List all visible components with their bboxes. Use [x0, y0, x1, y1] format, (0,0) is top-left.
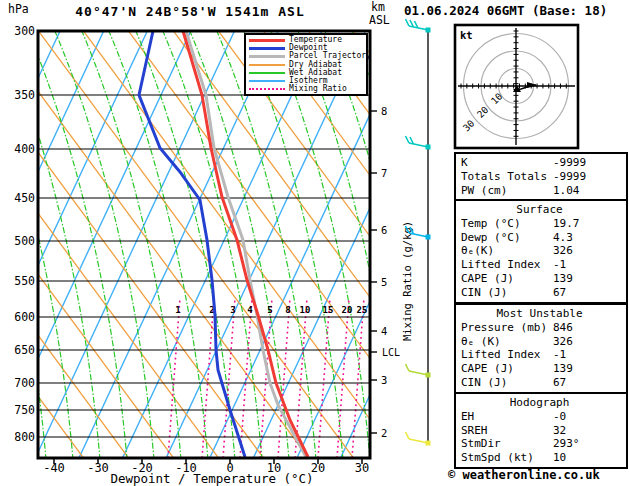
stat-value: 19.7 — [553, 217, 580, 231]
svg-text:500: 500 — [14, 234, 35, 248]
stat-row: StmDir293° — [461, 437, 626, 451]
stat-value: 326 — [553, 244, 573, 258]
stat-row: CAPE (J)139 — [461, 272, 626, 286]
legend-line-sample — [249, 72, 285, 74]
stat-label: PW (cm) — [461, 184, 553, 198]
stat-label: θₑ (K) — [461, 335, 553, 349]
mixing-ratio-value-labels: 12345810152025 — [175, 305, 367, 315]
stat-value: -1 — [553, 348, 566, 362]
legend-line-sample — [249, 64, 285, 66]
legend-label: Mixing Ratio — [289, 85, 347, 93]
svg-text:1: 1 — [175, 305, 180, 315]
stat-value: 139 — [553, 272, 573, 286]
stat-row: Totals Totals-9999 — [461, 170, 626, 184]
svg-text:800: 800 — [14, 430, 35, 444]
stat-label: CIN (J) — [461, 376, 553, 390]
svg-text:10: 10 — [300, 305, 311, 315]
stat-value: 10 — [553, 451, 566, 465]
svg-text:7: 7 — [381, 167, 387, 179]
stats-box-title: Surface — [461, 203, 626, 217]
stat-label: StmDir — [461, 437, 553, 451]
mixing-ratio-axis-label: Mixing Ratio (g/kg) — [401, 221, 413, 341]
stat-row: Lifted Index-1 — [461, 258, 626, 272]
stat-row: CIN (J)67 — [461, 376, 626, 390]
svg-text:2: 2 — [381, 427, 387, 439]
svg-text:8: 8 — [285, 305, 290, 315]
stat-label: θₑ(K) — [461, 244, 553, 258]
station-title: 40°47'N 24B°58'W 1541m ASL — [40, 4, 340, 19]
wind-barb-shaft — [409, 439, 428, 443]
stat-value: 326 — [553, 335, 573, 349]
legend-line-sample — [249, 88, 285, 90]
stat-label: StmSpd (kt) — [461, 451, 553, 465]
stat-value: -9999 — [553, 156, 586, 170]
stat-label: CIN (J) — [461, 286, 553, 300]
stat-value: 32 — [553, 424, 566, 438]
run-datetime-label: 01.06.2024 06GMT (Base: 18) — [404, 3, 629, 18]
svg-text:Dewpoint / Temperature (°C): Dewpoint / Temperature (°C) — [110, 471, 313, 486]
surface-table: SurfaceTemp (°C)19.7Dewp (°C)4.3θₑ(K)326… — [454, 199, 628, 304]
svg-text:4: 4 — [247, 305, 253, 315]
svg-text:650: 650 — [14, 343, 35, 357]
stat-value: 4.3 — [553, 231, 573, 245]
stat-row: CIN (J)67 — [461, 286, 626, 300]
legend-line-sample — [249, 47, 285, 50]
svg-text:6: 6 — [381, 224, 387, 236]
svg-text:3: 3 — [230, 305, 235, 315]
stat-label: Lifted Index — [461, 348, 553, 362]
wind-barb-shaft — [409, 26, 428, 30]
stat-label: Lifted Index — [461, 258, 553, 272]
skewt-sounding-app: 1234581015202530035040045050055060065070… — [0, 0, 629, 486]
stat-label: Pressure (mb) — [461, 321, 553, 335]
stat-value: 139 — [553, 362, 573, 376]
svg-text:600: 600 — [14, 310, 35, 324]
stat-value: -0 — [553, 410, 566, 424]
wind-barb-feather — [406, 364, 410, 371]
svg-text:20: 20 — [342, 305, 353, 315]
stat-row: Temp (°C)19.7 — [461, 217, 626, 231]
stat-row: Dewp (°C)4.3 — [461, 231, 626, 245]
stat-row: Pressure (mb)846 — [461, 321, 626, 335]
legend-box: TemperatureDewpointParcel TrajectoryDry … — [244, 33, 368, 96]
wind-barb-shaft — [409, 143, 428, 147]
stats-box-title: Most Unstable — [461, 307, 626, 321]
stat-label: EH — [461, 410, 553, 424]
stat-label: K — [461, 156, 553, 170]
stat-label: Totals Totals — [461, 170, 553, 184]
hodograph-table: HodographEH-0SREH32StmDir293°StmSpd (kt)… — [454, 392, 628, 469]
svg-text:25: 25 — [357, 305, 368, 315]
stat-row: θₑ (K)326 — [461, 335, 626, 349]
stat-row: StmSpd (kt)10 — [461, 451, 626, 465]
svg-text:4: 4 — [381, 325, 387, 337]
hodograph-unit-label: kt — [460, 29, 473, 41]
hodograph-plot: kt102030 — [455, 25, 578, 148]
wind-barb-feather — [406, 136, 410, 143]
svg-text:3: 3 — [381, 374, 387, 386]
stat-value: 1.04 — [553, 184, 580, 198]
stat-value: 293° — [553, 437, 580, 451]
altitude-axis-unit-km-label: km — [371, 0, 385, 14]
svg-text:-40: -40 — [43, 461, 65, 475]
stat-label: Dewp (°C) — [461, 231, 553, 245]
wind-barb-feather — [406, 432, 410, 439]
stat-row: EH-0 — [461, 410, 626, 424]
svg-text:750: 750 — [14, 403, 35, 417]
indices-table: K-9999Totals Totals-9999PW (cm)1.04 — [454, 152, 628, 201]
most-unstable-table: Most UnstablePressure (mb)846θₑ (K)326Li… — [454, 303, 628, 394]
legend-line-sample — [249, 80, 285, 82]
svg-text:350: 350 — [14, 88, 35, 102]
svg-text:15: 15 — [323, 305, 334, 315]
stat-value: 67 — [553, 286, 566, 300]
stat-label: Temp (°C) — [461, 217, 553, 231]
stat-value: -9999 — [553, 170, 586, 184]
svg-text:5: 5 — [267, 305, 272, 315]
svg-text:30: 30 — [355, 461, 369, 475]
svg-text:8: 8 — [381, 105, 387, 117]
wind-barb-column — [406, 19, 431, 446]
stat-row: Lifted Index-1 — [461, 348, 626, 362]
stat-row: CAPE (J)139 — [461, 362, 626, 376]
stat-label: SREH — [461, 424, 553, 438]
legend-row: Mixing Ratio — [249, 85, 366, 93]
svg-text:550: 550 — [14, 274, 35, 288]
stat-value: -1 — [553, 258, 566, 272]
